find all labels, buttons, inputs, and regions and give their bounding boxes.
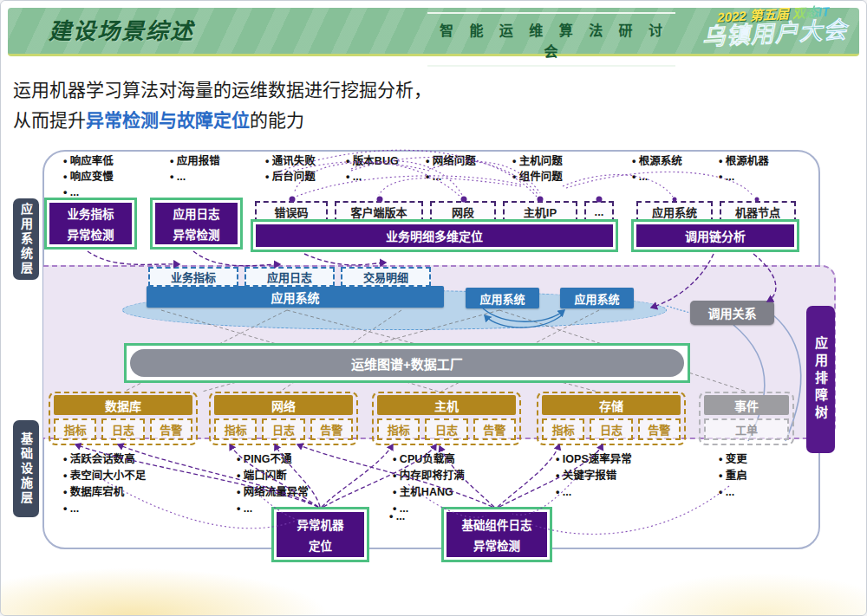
data-chip-app-log: 应用日志 [244, 267, 335, 287]
machine-locate-line1: 异常机器 [297, 515, 344, 533]
bullet-item: 数据库宕机 [63, 484, 146, 501]
label-app-system-layer: 应用系统层 [13, 198, 39, 280]
bullet-item: 主机问题 [512, 153, 563, 169]
bullet-item: 变更 [719, 451, 747, 468]
bottom-bullets-col5: 变更 重启 ... [719, 451, 747, 501]
component-log-box: 基础组件日志 异常检测 [441, 507, 552, 562]
top-bullets-col1: 响应率低 响应变慢 ... [63, 153, 114, 200]
call-relation-box: 调用关系 [690, 301, 774, 325]
top-bullets-col4: 版本BUG ... [346, 153, 399, 185]
intro-line1: 运用机器学习算法对海量的运维数据进行挖掘分析， [13, 75, 432, 101]
log-anomaly-line1: 应用日志 [173, 204, 220, 222]
top-bullets-col6: 主机问题 组件问题 [512, 153, 563, 185]
infra-chip-metric: 指标 [377, 418, 420, 440]
infra-title-host: 主机 [377, 395, 516, 415]
top-bullets-col5: 网络问题 ... [426, 153, 476, 185]
bullet-item: 主机HANG [393, 484, 465, 501]
event-chip-ticket: 工单 [704, 418, 789, 440]
multidim-title: 业务明细多维定位 [256, 224, 613, 247]
bottom-between-dots: ... [389, 509, 405, 524]
infra-chip-log: 日志 [101, 418, 144, 440]
bullet-item: 版本BUG [346, 153, 399, 169]
bullet-item: ... [556, 484, 632, 501]
bullet-item: 应用报错 [170, 153, 220, 169]
metric-anomaly-line2: 异常检测 [68, 225, 114, 243]
bottom-bullets-col1: 活跃会话数高 表空间大小不足 数据库宕机 ... [63, 451, 146, 517]
decorative-wave-right [599, 568, 867, 616]
bullet-item: 重启 [719, 468, 747, 484]
top-bullets-col7: 根源系统 ... [632, 153, 682, 185]
metric-anomaly-box: 业务指标 异常检测 [44, 198, 137, 250]
infra-title-network: 网络 [214, 395, 353, 415]
header-subtitle: 智 能 运 维 算 法 研 讨 会 [427, 12, 675, 67]
infra-chip-alert: 告警 [310, 418, 353, 440]
graph-factory-bar: 运维图谱+数据工厂 [130, 349, 684, 377]
infra-section-storage: 存储 指标 日志 告警 [537, 392, 686, 445]
component-log-line1: 基础组件日志 [462, 515, 532, 533]
infra-title-storage: 存储 [542, 395, 681, 415]
app-system-main: 应用系统 [147, 286, 444, 308]
infra-chip-metric: 指标 [542, 418, 584, 440]
intro-line2: 从而提升异常检测与故障定位的能力 [13, 106, 304, 132]
bullet-item: ... [63, 501, 146, 517]
bullet-item: 内存即将打满 [393, 468, 465, 484]
machine-locate-box: 异常机器 定位 [271, 507, 369, 562]
bullet-item: 表空间大小不足 [63, 468, 146, 484]
bullet-item: 组件问题 [512, 169, 563, 185]
bullet-item: ... [632, 169, 682, 185]
infra-chip-alert: 告警 [638, 418, 681, 440]
decorative-wave-left [1, 554, 469, 616]
bullet-item: 活跃会话数高 [63, 451, 146, 468]
infra-section-network: 网络 指标 日志 告警 [209, 392, 358, 445]
bullet-item: PING不通 [237, 451, 309, 468]
infra-chip-log: 日志 [425, 418, 467, 440]
infra-chip-alert: 告警 [150, 418, 192, 440]
multidim-box: 业务明细多维定位 [251, 219, 618, 252]
intro-line2-prefix: 从而提升 [13, 110, 86, 131]
intro-line2-highlight: 异常检测与故障定位 [86, 110, 250, 131]
data-chip-trade-detail: 交易明细 [341, 267, 431, 287]
bullet-item: ... [346, 169, 399, 185]
top-bullets-col3: 通讯失败 后台问题 [265, 153, 316, 185]
infra-chip-log: 日志 [262, 418, 304, 440]
infra-chip-metric: 指标 [54, 418, 96, 440]
metric-anomaly-line1: 业务指标 [68, 204, 114, 222]
conference-logo: 2022 第五届 双态IT 乌镇用户大会 [688, 3, 861, 50]
app-system-right: 应用系统 [560, 288, 634, 308]
bullet-item: ... [170, 169, 220, 185]
bullet-item: CPU负载高 [393, 451, 465, 468]
intro-line2-suffix: 的能力 [250, 110, 304, 131]
data-chip-biz-metric: 业务指标 [148, 267, 238, 287]
infra-section-host: 主机 指标 日志 告警 [372, 392, 521, 445]
event-section: 事件 工单 [699, 392, 794, 445]
bullet-item: 端口闪断 [237, 468, 309, 484]
bullet-item: ... [719, 169, 769, 185]
infra-chip-alert: 告警 [473, 418, 516, 440]
graph-factory-frame: 运维图谱+数据工厂 [124, 343, 690, 383]
infra-title-database: 数据库 [54, 395, 192, 415]
bullet-item: 网络流量异常 [237, 484, 309, 501]
infra-chip-metric: 指标 [214, 418, 257, 440]
callchain-box: 调用链分析 [631, 219, 799, 252]
bullet-item: 后台问题 [265, 169, 316, 185]
bullet-item: ... [719, 484, 747, 501]
bullet-item: IOPS速率异常 [556, 451, 632, 468]
infra-section-database: 数据库 指标 日志 告警 [49, 392, 198, 445]
page-title: 建设场景综述 [49, 13, 194, 45]
bullet-item: 根源机器 [719, 153, 769, 169]
component-log-line2: 异常检测 [473, 536, 520, 554]
top-bullets-col8: 根源机器 ... [719, 153, 769, 185]
infra-chip-log: 日志 [590, 418, 632, 440]
bullet-item: ... [389, 509, 405, 524]
bullet-item: ... [426, 169, 476, 185]
bullet-item: 根源系统 [632, 153, 682, 169]
bullet-item: 响应率低 [63, 153, 114, 169]
top-bullets-col2: 应用报错 ... [170, 153, 220, 185]
bullet-item: 网络问题 [426, 153, 476, 169]
bullet-item: 通讯失败 [265, 153, 316, 169]
slide: 建设场景综述 智 能 运 维 算 法 研 讨 会 2022 第五届 双态IT 乌… [0, 0, 867, 616]
label-fault-tree: 应用排障树 [806, 306, 835, 453]
event-title: 事件 [704, 395, 789, 415]
bottom-bullets-col4: IOPS速率异常 关键字报错 ... [556, 451, 632, 501]
log-anomaly-line2: 异常检测 [173, 225, 220, 243]
